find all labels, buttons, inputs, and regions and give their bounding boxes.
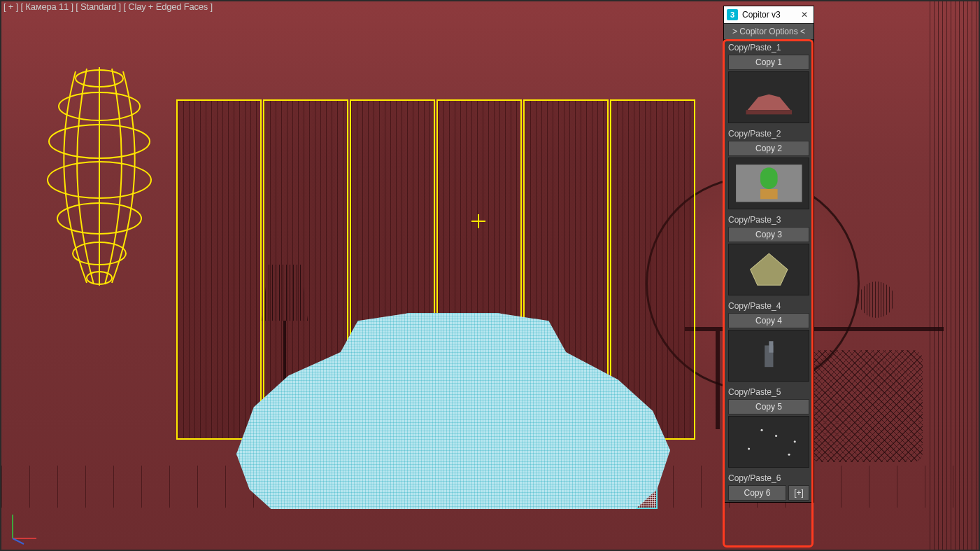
slot-5: Copy/Paste_5 Copy 5 — [724, 384, 814, 470]
svg-point-6 — [87, 272, 112, 284]
svg-point-5 — [73, 242, 126, 265]
app-icon: 3 — [727, 9, 738, 20]
svg-rect-17 — [769, 341, 773, 352]
copy-1-button[interactable]: Copy 1 — [728, 55, 809, 70]
slot-3: Copy/Paste_3 Copy 3 — [724, 212, 814, 298]
copy-3-button[interactable]: Copy 3 — [728, 227, 809, 242]
svg-rect-11 — [746, 110, 792, 114]
panel-title: Copitor v3 — [742, 10, 797, 20]
svg-point-20 — [788, 454, 790, 456]
close-icon[interactable]: ✕ — [797, 7, 812, 22]
slot-5-label: Copy/Paste_5 — [724, 384, 814, 398]
copy-6-button[interactable]: Copy 6 — [728, 485, 786, 501]
slot-1: Copy/Paste_1 Copy 1 — [724, 40, 814, 126]
slot-3-label: Copy/Paste_3 — [724, 212, 814, 226]
copy-2-button[interactable]: Copy 2 — [728, 141, 809, 156]
pendant-light-wireframe — [43, 57, 155, 295]
desk-leg-wireframe — [716, 331, 720, 429]
add-slot-button[interactable]: [+] — [788, 485, 809, 501]
copy-5-button[interactable]: Copy 5 — [728, 399, 809, 414]
slot-2-label: Copy/Paste_2 — [724, 126, 814, 140]
slot-4: Copy/Paste_4 Copy 4 — [724, 298, 814, 384]
svg-point-4 — [57, 203, 141, 234]
svg-rect-13 — [760, 167, 778, 189]
svg-marker-15 — [750, 253, 787, 285]
sphere-decor-wireframe — [858, 281, 895, 318]
svg-point-22 — [793, 440, 795, 442]
slot-5-thumbnail[interactable] — [728, 416, 809, 468]
slot-1-label: Copy/Paste_1 — [724, 40, 814, 54]
slot-6-label: Copy/Paste_6 — [724, 470, 814, 484]
copitor-options-button[interactable]: > Copitor Options < — [724, 23, 814, 40]
slot-2: Copy/Paste_2 Copy 2 — [724, 126, 814, 212]
copy-4-button[interactable]: Copy 4 — [728, 313, 809, 328]
svg-point-1 — [59, 92, 140, 120]
slot-6: Copy/Paste_6 Copy 6 [+] — [724, 470, 814, 502]
curtain-wireframe — [930, 1, 979, 550]
slot-3-thumbnail[interactable] — [728, 244, 809, 295]
svg-point-21 — [760, 429, 762, 431]
slot-1-thumbnail[interactable] — [728, 71, 809, 123]
copitor-panel: 3 Copitor v3 ✕ > Copitor Options < Copy/… — [723, 6, 814, 503]
slot-4-label: Copy/Paste_4 — [724, 298, 814, 312]
chair-wireframe — [811, 350, 923, 462]
svg-point-3 — [48, 162, 151, 198]
scene-canvas[interactable] — [1, 1, 979, 550]
svg-point-0 — [76, 70, 123, 87]
viewport[interactable]: [ + ] [ Камера 11 ] [ Standard ] [ Clay … — [1, 1, 979, 550]
panel-titlebar[interactable]: 3 Copitor v3 ✕ — [724, 6, 814, 23]
svg-point-18 — [748, 448, 750, 450]
slot-4-thumbnail[interactable] — [728, 330, 809, 382]
svg-point-19 — [775, 435, 777, 437]
svg-marker-10 — [747, 95, 790, 111]
svg-rect-14 — [760, 189, 778, 199]
svg-point-2 — [49, 125, 150, 158]
slot-2-thumbnail[interactable] — [728, 158, 809, 209]
wall-panel-1 — [176, 99, 262, 440]
